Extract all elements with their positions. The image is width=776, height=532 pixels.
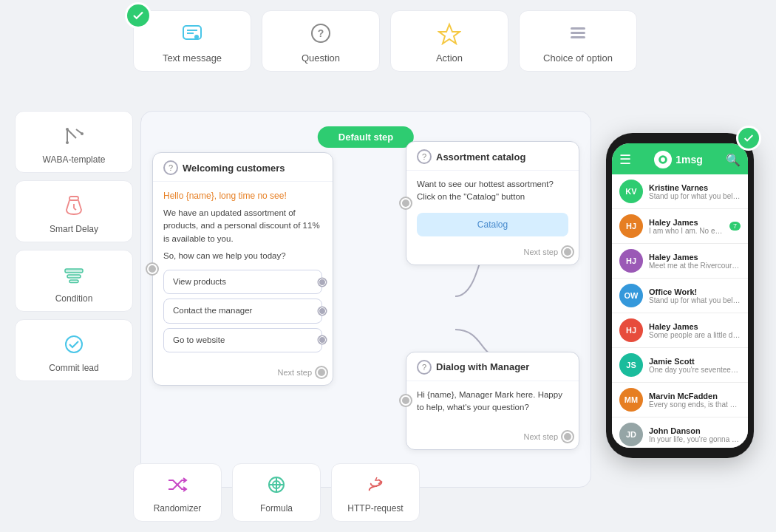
tool-http[interactable]: HTTP-request (331, 463, 420, 522)
main-container: Text message ? Question Action (0, 0, 776, 532)
chat-item-1[interactable]: HJ Haley James I am who I am. No excuses… (612, 209, 748, 244)
phone-logo: 1msg (654, 151, 703, 168)
top-tools-row: Text message ? Question Action (133, 10, 637, 72)
svg-point-25 (66, 336, 82, 352)
svg-marker-6 (439, 24, 460, 44)
chat-info-7: John Danson In your life, you're gonna g… (649, 426, 741, 443)
welcoming-body: We have an updated assortment of product… (163, 207, 322, 245)
view-products-btn[interactable]: View products (163, 270, 322, 294)
dialog-title: Dialog with Manager (436, 361, 529, 372)
waba-icon (60, 122, 88, 150)
chat-info-6: Marvin McFadden Every song ends, is that… (649, 392, 741, 409)
tool-randomizer[interactable]: Randomizer (133, 463, 222, 522)
chat-info-3: Office Work! Stand up for what you belie… (649, 287, 741, 304)
randomizer-label: Randomizer (154, 503, 202, 514)
text-message-label: Text message (163, 52, 222, 64)
selected-badge (125, 2, 152, 29)
tool-text-message[interactable]: Text message (133, 10, 251, 72)
formula-icon (265, 473, 288, 499)
chat-item-0[interactable]: KV Kristine Varnes Stand up for what you… (612, 174, 748, 209)
condition-icon (60, 261, 88, 289)
dialog-node: ? Dialog with Manager Hi {name}, Manager… (406, 352, 579, 451)
phone-frame: ☰ 1msg 🔍 KV Kristine Varnes (606, 133, 754, 458)
tool-smart-delay[interactable]: Smart Delay (15, 180, 133, 242)
assortment-node: ? Assortment catalog Want to see our hot… (406, 141, 579, 265)
welcoming-greeting: Hello {name}, long time no see! (163, 189, 322, 202)
catalog-button[interactable]: Catalog (417, 213, 568, 236)
chat-item-2[interactable]: HJ Haley James Meet me at the Rivercourt… (612, 244, 748, 279)
chat-item-6[interactable]: MM Marvin McFadden Every song ends, is t… (612, 383, 748, 417)
hamburger-icon[interactable]: ☰ (619, 151, 631, 168)
action-label: Action (436, 52, 463, 64)
dialog-left-connector (401, 395, 411, 406)
choice-icon (566, 21, 590, 48)
commit-lead-label: Commit lead (49, 363, 98, 373)
action-icon (438, 21, 461, 48)
question-label: Question (302, 52, 340, 64)
left-sidebar: WABA-template Smart Delay (15, 111, 133, 517)
svg-text:?: ? (318, 27, 324, 39)
svg-line-18 (74, 208, 76, 210)
svg-point-28 (661, 157, 665, 162)
chat-info-1: Haley James I am who I am. No excuses . (649, 218, 724, 235)
choice-label: Choice of option (543, 52, 613, 64)
svg-point-13 (66, 128, 69, 131)
assortment-next-step: Next step (524, 248, 558, 256)
formula-label: Formula (260, 503, 293, 514)
welcoming-next-connector (316, 367, 327, 378)
phone-container: ☰ 1msg 🔍 KV Kristine Varnes (599, 74, 761, 517)
search-icon[interactable]: 🔍 (726, 153, 741, 167)
svg-point-15 (66, 141, 69, 144)
chat-item-5[interactable]: JS Jamie Scott One day you're seventeen … (612, 348, 748, 383)
tool-question[interactable]: ? Question (262, 10, 380, 72)
tool-condition[interactable]: Condition (15, 250, 133, 312)
chat-item-7[interactable]: JD John Danson In your life, you're gonn… (612, 417, 748, 448)
assortment-next-connector (562, 247, 573, 257)
tool-waba[interactable]: WABA-template (15, 111, 133, 173)
phone-top-bar: ☰ 1msg 🔍 (612, 143, 748, 174)
go-website-connector (319, 336, 326, 344)
welcoming-title: Welcoming customers (183, 163, 285, 174)
svg-rect-16 (69, 197, 78, 200)
condition-label: Condition (55, 293, 93, 304)
tool-choice[interactable]: Choice of option (519, 10, 637, 72)
http-label: HTTP-request (347, 503, 403, 514)
tool-formula[interactable]: Formula (232, 463, 321, 522)
svg-line-10 (67, 129, 76, 138)
welcoming-question-icon: ? (163, 160, 178, 175)
smart-delay-icon (60, 191, 88, 219)
dialog-body: Hi {name}, Manager Mark here. Happy to h… (417, 389, 568, 415)
tool-commit-lead[interactable]: Commit lead (15, 319, 133, 381)
canvas-area: Default step ? Welcoming customers Hello… (140, 111, 591, 488)
svg-rect-7 (571, 27, 585, 30)
avatar-7: JD (619, 423, 643, 446)
assortment-left-connector (401, 198, 411, 208)
randomizer-icon (166, 473, 189, 499)
tool-action[interactable]: Action (390, 10, 508, 72)
welcoming-left-connector (147, 264, 157, 274)
commit-lead-icon (60, 330, 88, 358)
phone-logo-icon (654, 151, 672, 168)
svg-point-3 (194, 35, 199, 39)
svg-rect-8 (571, 32, 585, 34)
dialog-question-icon: ? (417, 360, 432, 375)
avatar-4: HJ (619, 318, 643, 342)
avatar-0: KV (619, 180, 643, 203)
assortment-title: Assortment catalog (436, 151, 525, 163)
default-step-button[interactable]: Default step (318, 126, 414, 148)
chat-item-4[interactable]: HJ Haley James Some people are a little … (612, 313, 748, 348)
assortment-body: Want to see our hottest assortment? Clic… (417, 178, 568, 204)
phone-check-badge (736, 126, 761, 151)
contact-manager-btn[interactable]: Contact the manager (163, 299, 322, 323)
go-to-website-btn[interactable]: Go to website (163, 328, 322, 352)
bottom-tools-row: Randomizer Formula (133, 463, 420, 522)
phone-app-name: 1msg (675, 154, 703, 166)
text-message-icon (180, 21, 204, 48)
waba-label: WABA-template (43, 154, 106, 165)
phone-screen: ☰ 1msg 🔍 KV Kristine Varnes (612, 143, 748, 448)
chat-badge-1: 7 (729, 222, 741, 231)
chat-info-0: Kristine Varnes Stand up for what you be… (649, 183, 741, 200)
contact-manager-connector (319, 307, 326, 315)
chat-item-3[interactable]: OW Office Work! Stand up for what you be… (612, 279, 748, 313)
welcoming-node: ? Welcoming customers Hello {name}, long… (152, 152, 333, 386)
